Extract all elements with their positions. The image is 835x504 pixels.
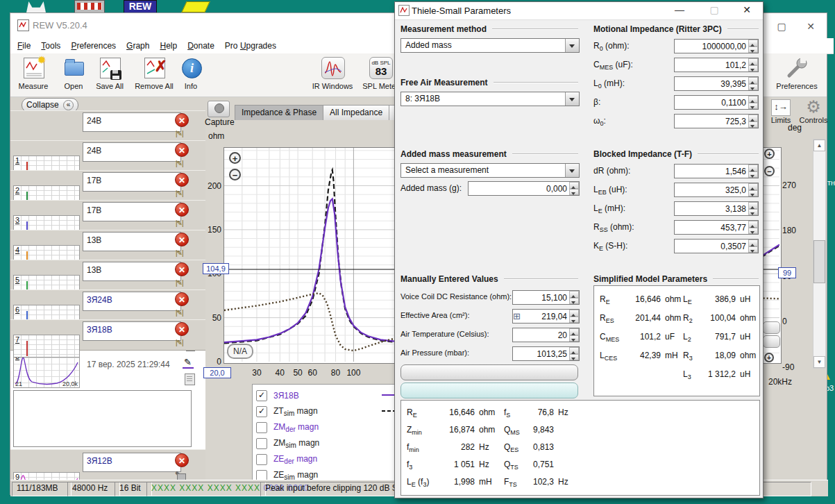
notes-icon[interactable]: [185, 373, 195, 385]
dropdown-arrow-icon[interactable]: [565, 39, 579, 52]
save-all-button[interactable]: Save All: [88, 56, 131, 90]
trace-edit-icon[interactable]: |✎|: [176, 339, 183, 346]
trace-style-icon[interactable]: ✎: [184, 357, 192, 367]
delete-measurement-button[interactable]: ✕: [175, 453, 189, 467]
spinner-arrows[interactable]: [748, 202, 758, 215]
spinner-arrows[interactable]: [748, 183, 758, 196]
zoom-out-button[interactable]: −: [229, 169, 241, 180]
main-close-button[interactable]: ✕: [800, 20, 821, 33]
tab-all-impedance[interactable]: All Impedance: [323, 105, 389, 120]
scroll-thumb[interactable]: [813, 240, 825, 283]
scroll-up-arrow[interactable]: ▲: [813, 140, 825, 151]
main-maximize-button[interactable]: ▢: [771, 20, 792, 33]
delete-measurement-button[interactable]: ✕: [175, 173, 189, 187]
measurement-method-dropdown[interactable]: Added mass: [400, 38, 580, 53]
trace-edit-icon[interactable]: |✎|: [176, 160, 183, 167]
measurement-name-input[interactable]: 3Я18В: [83, 321, 181, 341]
preferences-button[interactable]: Preferences: [775, 56, 818, 90]
manual-spinner[interactable]: 1013,25: [512, 346, 580, 361]
dialog-title-bar[interactable]: Thiele-Small Parameters — ▢ ✕: [395, 2, 763, 20]
measurement-name-input[interactable]: 17В: [83, 172, 181, 192]
trace-edit-icon[interactable]: |✎|: [176, 219, 183, 227]
spinner-arrows[interactable]: [748, 77, 758, 90]
manual-spinner[interactable]: 15,100: [512, 290, 580, 305]
spinner-arrows[interactable]: [748, 240, 758, 253]
measurement-row[interactable]: 17В✕|✎|3: [10, 200, 205, 231]
legend-checkbox[interactable]: [256, 438, 267, 449]
blocked-spinner[interactable]: 3,138: [674, 201, 759, 216]
capture-button[interactable]: Capture: [205, 101, 233, 127]
spinner-arrows[interactable]: [569, 347, 579, 360]
trace-edit-icon[interactable]: |✎|: [176, 309, 183, 317]
zoom-in-button[interactable]: +: [229, 152, 241, 164]
measurement-row[interactable]: 13В✕|✎|5: [10, 260, 205, 291]
delete-measurement-button[interactable]: ✕: [175, 203, 189, 217]
measurement-name-input[interactable]: 17В: [83, 202, 181, 221]
right-axis-zoom-out[interactable]: −: [764, 166, 775, 176]
delete-measurement-button[interactable]: ✕: [175, 113, 189, 127]
right-axis-zoom-in-2[interactable]: +: [764, 353, 774, 362]
measurement-name-input[interactable]: 3Я24В: [83, 292, 181, 311]
desktop-icon-lightning[interactable]: [181, 1, 210, 12]
measurement-row[interactable]: 3Я24В✕|✎|6: [10, 289, 205, 321]
limits-button[interactable]: ↕→ Limits: [767, 99, 795, 124]
added-mass-spinner[interactable]: 0,000: [468, 181, 580, 196]
motional-spinner[interactable]: 0,1100: [674, 95, 759, 110]
calculate-parameters-button[interactable]: [400, 364, 578, 380]
motional-spinner[interactable]: 725,3: [674, 114, 759, 128]
legend-checkbox[interactable]: ✓: [256, 390, 267, 401]
blocked-spinner[interactable]: 0,3507: [674, 239, 759, 253]
delete-measurement-button[interactable]: ✕: [175, 143, 189, 157]
legend-checkbox[interactable]: [256, 422, 267, 433]
delete-measurement-button[interactable]: ✕: [175, 233, 189, 246]
measurement-row[interactable]: 13В✕|✎|4: [10, 230, 205, 261]
measurement-notes-box[interactable]: [13, 390, 192, 447]
delete-measurement-button[interactable]: ✕: [175, 262, 189, 276]
right-axis-button-fragment[interactable]: [763, 321, 780, 334]
motional-spinner[interactable]: 1000000,00: [674, 39, 759, 53]
right-axis-zoom-in[interactable]: +: [764, 149, 775, 159]
tab-impedance-phase[interactable]: Impedance & Phase: [235, 105, 323, 120]
ir-windows-button[interactable]: IR Windows: [307, 56, 357, 90]
desktop-icon-rew[interactable]: REW: [124, 0, 157, 14]
free-air-dropdown[interactable]: 8: 3Я18В: [400, 92, 580, 106]
spinner-arrows[interactable]: [569, 310, 579, 323]
spinner-arrows[interactable]: [748, 115, 758, 128]
measurement-name-input[interactable]: 24В: [83, 112, 181, 132]
motional-spinner[interactable]: 39,395: [674, 76, 759, 91]
controls-button[interactable]: ⚙ Controls: [796, 98, 831, 124]
desktop-icon-cat[interactable]: [26, 1, 46, 12]
vertical-scrollbar[interactable]: ▲ ▼: [813, 139, 826, 369]
scroll-down-arrow[interactable]: ▼: [813, 356, 825, 368]
spinner-arrows[interactable]: [748, 96, 758, 109]
measurement-thumbnail[interactable]: 7: [13, 335, 80, 358]
measurement-name-input[interactable]: 24В: [83, 142, 181, 162]
trace-edit-icon[interactable]: |✎|: [176, 190, 183, 197]
motional-spinner[interactable]: 101,2: [674, 58, 759, 72]
manual-spinner[interactable]: 20: [512, 328, 580, 342]
dropdown-arrow-icon[interactable]: [565, 164, 579, 177]
menu-item-graph[interactable]: Graph: [126, 41, 149, 51]
spinner-arrows[interactable]: [748, 40, 758, 53]
menu-item-preferences[interactable]: Preferences: [71, 41, 116, 51]
legend-checkbox[interactable]: ✓: [256, 406, 267, 417]
spinner-arrows[interactable]: [569, 182, 579, 195]
delete-measurement-button[interactable]: ✕: [175, 292, 189, 306]
added-mass-dropdown[interactable]: Select a measurement: [400, 163, 580, 178]
measurement-8-expanded[interactable]: 8 21 20,0k 17 вер. 2025 21:29:44 ✎ ✎: [10, 346, 205, 450]
legend-checkbox[interactable]: [256, 454, 267, 465]
desktop-icon-keyboard[interactable]: [74, 0, 105, 13]
spinner-arrows[interactable]: [569, 291, 579, 304]
trace-edit-icon[interactable]: |✎|: [176, 130, 183, 137]
dropdown-arrow-icon[interactable]: [565, 92, 579, 106]
trace-edit-icon[interactable]: |✎|: [176, 279, 183, 287]
dialog-maximize-button[interactable]: ▢: [704, 3, 725, 16]
measurement-row[interactable]: 24В✕|✎|: [10, 110, 205, 142]
write-parameters-button[interactable]: [400, 383, 578, 398]
measurement-name-input[interactable]: 13В: [83, 262, 181, 281]
manual-spinner[interactable]: ⊞219,04: [512, 309, 580, 324]
remove-all-button[interactable]: ✗ Remove All: [130, 56, 178, 90]
info-button[interactable]: i Info: [177, 56, 205, 90]
blocked-spinner[interactable]: 453,77: [674, 220, 759, 235]
spinner-arrows[interactable]: [569, 328, 579, 342]
